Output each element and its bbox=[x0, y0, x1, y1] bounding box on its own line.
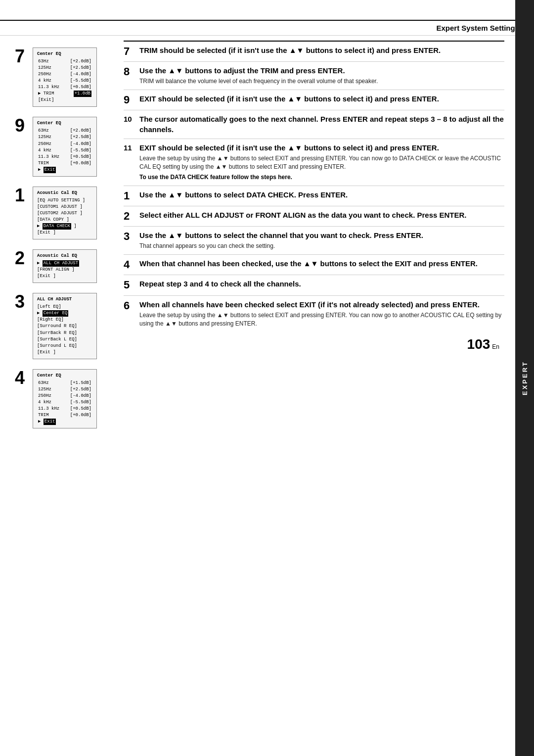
instr-step-6b: 6 When all channels have been checked se… bbox=[124, 295, 504, 332]
step-9-screen: Center EQ 63Hz[+2.0dB] 125Hz[+2.5dB] 250… bbox=[33, 117, 97, 176]
instr-note-6b: Leave the setup by using the ▲▼ buttons … bbox=[139, 311, 504, 328]
instr-text-9: EXIT should be selected (if it isn't use… bbox=[139, 94, 504, 104]
step-4b-number: 4 bbox=[15, 369, 33, 387]
right-column: 7 TRIM should be selected (if it isn't u… bbox=[114, 36, 534, 441]
step-2b-number: 2 bbox=[15, 249, 33, 267]
instr-text-1b: Use the ▲▼ buttons to select DATA CHECK.… bbox=[139, 190, 504, 200]
header-title: Expert System Settings bbox=[436, 24, 519, 32]
instr-num-1b: 1 bbox=[124, 190, 137, 202]
instr-step-4b: 4 When that channel has been checked, us… bbox=[124, 254, 504, 275]
instr-step-11: 11 EXIT should be selected (if it isn't … bbox=[124, 139, 504, 186]
instr-num-7: 7 bbox=[124, 46, 137, 57]
instr-step-5b: 5 Repeat step 3 and 4 to check all the c… bbox=[124, 275, 504, 295]
instr-text-2b: Select either ALL CH ADJUST or FRONT ALI… bbox=[139, 210, 504, 220]
instr-step-10: 10 The cursor automatically goes to the … bbox=[124, 110, 504, 139]
step-1b-screen: Acoustic Cal EQ [EQ AUTO SETTING ] [CUST… bbox=[33, 187, 97, 239]
step-2b-left: 2 Acoustic Cal EQ ▶ ALL CH ADJUST [FRONT… bbox=[15, 247, 109, 283]
instr-text-3b: Use the ▲▼ buttons to select the channel… bbox=[139, 231, 504, 240]
instr-text-4b: When that channel has been checked, use … bbox=[139, 259, 504, 269]
step-4b-screen: Center EQ 63Hz[+1.5dB] 125Hz[+2.5dB] 250… bbox=[33, 369, 97, 428]
instr-num-2b: 2 bbox=[124, 210, 137, 222]
step-9-left: 9 Center EQ 63Hz[+2.0dB] 125Hz[+2.5dB] 2… bbox=[15, 115, 109, 176]
instr-step-8: 8 Use the ▲▼ buttons to adjust the TRIM … bbox=[124, 61, 504, 90]
instr-num-11: 11 bbox=[124, 144, 137, 152]
page-number: 103 bbox=[467, 337, 490, 351]
instr-text-10: The cursor automatically goes to the nex… bbox=[139, 114, 504, 135]
instr-step-2b: 2 Select either ALL CH ADJUST or FRONT A… bbox=[124, 206, 504, 226]
step-1b-left: 1 Acoustic Cal EQ [EQ AUTO SETTING ] [CU… bbox=[15, 185, 109, 239]
step-3b-screen: ALL CH ADJUST [Left EQ] ▶ Center EQ [Rig… bbox=[33, 293, 97, 359]
step-7-left: 7 Center EQ 63Hz[+2.0dB] 125Hz[+2.5dB] 2… bbox=[15, 46, 109, 107]
step-7-screen: Center EQ 63Hz[+2.0dB] 125Hz[+2.5dB] 250… bbox=[33, 47, 97, 107]
instr-text-5b: Repeat step 3 and 4 to check all the cha… bbox=[139, 279, 504, 289]
main-content: 7 Center EQ 63Hz[+2.0dB] 125Hz[+2.5dB] 2… bbox=[0, 36, 534, 441]
instr-text-6b: When all channels have been checked sele… bbox=[139, 300, 504, 310]
page-lang: En bbox=[492, 343, 499, 350]
left-column: 7 Center EQ 63Hz[+2.0dB] 125Hz[+2.5dB] 2… bbox=[0, 36, 114, 441]
step-2b-screen: Acoustic Cal EQ ▶ ALL CH ADJUST [FRONT A… bbox=[33, 249, 97, 283]
instr-text-11: EXIT should be selected (if it isn't use… bbox=[139, 143, 504, 153]
step-9-number: 9 bbox=[15, 117, 33, 135]
page-number-area: 103 En bbox=[124, 337, 504, 351]
step-1b-number: 1 bbox=[15, 187, 33, 204]
step-3b-left: 3 ALL CH ADJUST [Left EQ] ▶ Center EQ [R… bbox=[15, 291, 109, 359]
header-bar: Expert System Settings bbox=[0, 20, 534, 36]
expert-sidebar: EXPERT bbox=[515, 0, 534, 756]
step-7-number: 7 bbox=[15, 47, 33, 65]
instr-text-7: TRIM should be selected (if it isn't use… bbox=[139, 46, 504, 55]
page: Expert System Settings 7 Center EQ 63Hz[… bbox=[0, 0, 534, 756]
instr-num-10: 10 bbox=[124, 115, 137, 124]
instr-text-8: Use the ▲▼ buttons to adjust the TRIM an… bbox=[139, 66, 504, 76]
instr-num-9: 9 bbox=[124, 94, 137, 106]
instr-step-9: 9 EXIT should be selected (if it isn't u… bbox=[124, 90, 504, 110]
step-4b-left: 4 Center EQ 63Hz[+1.5dB] 125Hz[+2.5dB] 2… bbox=[15, 367, 109, 428]
instr-step-3b: 3 Use the ▲▼ buttons to select the chann… bbox=[124, 226, 504, 254]
instr-note-3b: That channel appears so you can check th… bbox=[139, 242, 504, 250]
instr-step-7: 7 TRIM should be selected (if it isn't u… bbox=[124, 41, 504, 61]
instr-note-8: TRIM will balance the volume level of ea… bbox=[139, 77, 504, 86]
instr-num-4b: 4 bbox=[124, 259, 137, 271]
instr-num-8: 8 bbox=[124, 66, 137, 78]
instr-num-3b: 3 bbox=[124, 231, 137, 242]
expert-label: EXPERT bbox=[521, 361, 529, 395]
instr-num-5b: 5 bbox=[124, 279, 137, 291]
instr-step-1b: 1 Use the ▲▼ buttons to select DATA CHEC… bbox=[124, 186, 504, 206]
instr-num-6b: 6 bbox=[124, 300, 137, 312]
instr-bold-note-11: To use the DATA CHECK feature follow the… bbox=[139, 174, 504, 181]
instr-note-11: Leave the setup by using the ▲▼ buttons … bbox=[139, 154, 504, 171]
step-3b-number: 3 bbox=[15, 293, 33, 311]
